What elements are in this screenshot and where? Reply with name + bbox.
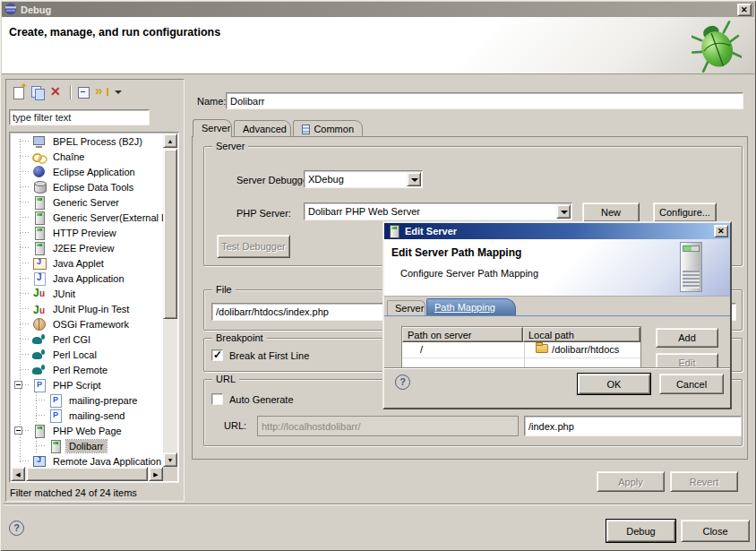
horizontal-scroll-thumb[interactable] xyxy=(26,467,148,481)
scroll-corner xyxy=(163,467,177,481)
cancel-button[interactable]: Cancel xyxy=(659,374,724,394)
tree-item-dolibarr[interactable]: Dolibarr xyxy=(11,438,163,453)
menu-arrow-icon[interactable] xyxy=(113,84,124,100)
breakpoint-group-legend: Breakpoint xyxy=(212,332,267,343)
apply-button[interactable]: Apply xyxy=(597,471,665,492)
dialog-tab-server[interactable]: Server xyxy=(387,300,425,315)
dialog-tab-path-mapping[interactable]: Path Mapping xyxy=(426,298,516,315)
tree-item-http-preview[interactable]: HTTP Preview xyxy=(11,225,163,240)
tree-item-j2ee-preview[interactable]: J2EE Preview xyxy=(11,240,163,255)
tree-item-java-application[interactable]: Java Application xyxy=(11,271,163,286)
ok-button-label: OK xyxy=(607,379,622,390)
banner-heading: Create, manage, and run configurations xyxy=(9,26,220,39)
scroll-down-icon[interactable]: ▼ xyxy=(163,452,177,467)
tree-item-mailing-send[interactable]: mailing-send xyxy=(11,408,163,423)
tree-item-perl-cgi[interactable]: Perl CGI xyxy=(11,331,163,347)
tree-item-label: mailing-send xyxy=(66,409,127,422)
dialog-titlebar[interactable]: Edit Server xyxy=(384,223,730,239)
scroll-up-icon[interactable]: ▲ xyxy=(163,133,177,148)
new-config-icon[interactable] xyxy=(10,84,29,100)
tree-item-junit-plug-in-test[interactable]: JUnit Plug-in Test xyxy=(11,301,163,316)
server-icon xyxy=(32,211,47,225)
debug-window: Debug Create, manage, and run configurat… xyxy=(0,0,756,551)
collapse-expander-icon[interactable] xyxy=(14,381,22,389)
server-icon xyxy=(32,226,47,240)
url-path-input[interactable] xyxy=(524,416,742,436)
tree-item-remote-java-application[interactable]: Remote Java Application xyxy=(11,453,163,467)
php-server-combo[interactable]: Dolibarr PHP Web Server xyxy=(304,202,572,220)
new-server-button[interactable]: New xyxy=(582,202,640,222)
tree-item-label: JUnit xyxy=(50,288,78,300)
tree-item-osgi-framework[interactable]: OSGi Framework xyxy=(11,316,163,331)
window-titlebar[interactable]: Debug xyxy=(2,2,754,17)
tree-item-cha-ne[interactable]: Chaîne xyxy=(11,149,163,164)
column-path-on-server: Path on server xyxy=(402,327,523,342)
local-path-cell: /dolibarr/htdocs xyxy=(523,342,640,357)
scroll-right-icon[interactable]: ▶ xyxy=(149,467,163,481)
dialog-heading: Edit Server Path Mapping xyxy=(391,246,521,259)
close-button[interactable]: Close xyxy=(681,520,750,542)
tree-item-perl-local[interactable]: Perl Local xyxy=(11,347,163,362)
collapse-expander-icon[interactable] xyxy=(14,426,22,435)
server-icon xyxy=(32,241,47,255)
filter-icon[interactable] xyxy=(94,84,113,100)
tree-item-eclipse-data-tools[interactable]: Eclipse Data Tools xyxy=(11,179,163,194)
vertical-scroll-thumb[interactable] xyxy=(163,149,177,319)
revert-button[interactable]: Revert xyxy=(670,471,738,492)
configure-server-button[interactable]: Configure... xyxy=(653,202,717,222)
name-label: Name: xyxy=(197,96,226,107)
url-input[interactable] xyxy=(257,416,519,436)
add-mapping-button-label: Add xyxy=(678,332,696,343)
php-server-label: PHP Server: xyxy=(236,208,291,219)
tree-item-eclipse-application[interactable]: Eclipse Application xyxy=(11,164,163,179)
dialog-body: Path on server Local path //dolibarr/htd… xyxy=(386,316,728,368)
tree-item-label: Perl Remote xyxy=(50,364,110,376)
tree-item-java-applet[interactable]: Java Applet xyxy=(11,255,163,271)
dialog-separator xyxy=(384,367,730,369)
tree-vertical-scrollbar[interactable]: ▲ ▼ xyxy=(163,133,177,467)
delete-config-icon[interactable] xyxy=(47,84,66,100)
tab-advanced[interactable]: Advanced xyxy=(234,120,291,137)
dialog-help-icon[interactable] xyxy=(395,375,410,390)
ok-button[interactable]: OK xyxy=(578,374,650,394)
path-mapping-table-header: Path on server Local path xyxy=(402,327,640,342)
test-debugger-button-label: Test Debugger xyxy=(221,241,286,252)
chevron-down-icon[interactable] xyxy=(407,172,421,186)
dialog-close-button[interactable] xyxy=(714,225,728,237)
add-mapping-button[interactable]: Add xyxy=(656,328,718,348)
tree-item-label: PHP Web Page xyxy=(50,425,125,437)
help-icon[interactable] xyxy=(9,521,24,536)
break-first-line-checkbox[interactable] xyxy=(211,349,223,361)
tree-item-php-script[interactable]: PHP Script xyxy=(11,377,163,392)
chevron-down-icon[interactable] xyxy=(556,204,571,219)
duplicate-config-icon[interactable] xyxy=(29,84,47,100)
auto-generate-checkbox[interactable] xyxy=(211,393,223,405)
tree-item-mailing-prepare[interactable]: mailing-prepare xyxy=(11,392,163,408)
path-mapping-row[interactable]: //dolibarr/htdocs xyxy=(402,342,640,358)
junit-plugin-icon xyxy=(32,302,47,316)
tab-server[interactable]: Server xyxy=(193,119,232,137)
column-divider xyxy=(524,342,525,368)
config-tree-box: BPEL Process (B2J)ChaîneEclipse Applicat… xyxy=(9,132,179,483)
tree-horizontal-scrollbar[interactable]: ◀ ▶ xyxy=(11,467,163,481)
server-debugger-combo[interactable]: XDebug xyxy=(304,170,423,188)
edit-mapping-button[interactable]: Edit xyxy=(656,353,718,368)
window-close-button[interactable] xyxy=(737,4,752,16)
tree-item-label: Generic Server(External La xyxy=(50,211,163,224)
test-debugger-button[interactable]: Test Debugger xyxy=(217,235,290,258)
new-server-button-label: New xyxy=(601,207,621,218)
tree-item-perl-remote[interactable]: Perl Remote xyxy=(11,362,163,377)
server-debugger-label: Server Debugger: xyxy=(236,175,314,185)
tab-common[interactable]: Common xyxy=(293,120,363,137)
tree-item-junit[interactable]: JUnit xyxy=(11,286,163,301)
name-input[interactable] xyxy=(226,92,743,109)
break-first-line-label: Break at First Line xyxy=(229,350,309,361)
debug-button[interactable]: Debug xyxy=(606,520,675,542)
tree-item-php-web-page[interactable]: PHP Web Page xyxy=(11,423,163,438)
tree-item-generic-server-external-la[interactable]: Generic Server(External La xyxy=(11,210,163,225)
filter-input[interactable] xyxy=(9,109,150,125)
tree-item-bpel-process-b2j[interactable]: BPEL Process (B2J) xyxy=(11,133,163,149)
collapse-all-icon[interactable] xyxy=(75,84,94,100)
tree-item-generic-server[interactable]: Generic Server xyxy=(11,194,163,210)
scroll-left-icon[interactable]: ◀ xyxy=(11,467,25,481)
